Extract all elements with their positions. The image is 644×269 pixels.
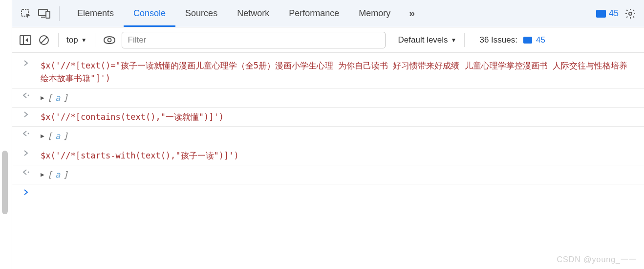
input-marker-icon xyxy=(20,149,33,156)
output-value[interactable]: ▶ [a] xyxy=(38,168,632,181)
issues-label: 36 Issues: xyxy=(479,35,517,45)
output-marker-icon xyxy=(20,168,33,175)
bracket-open: [ xyxy=(47,91,52,104)
svg-line-8 xyxy=(41,37,47,43)
array-item[interactable]: a xyxy=(55,168,60,181)
chevron-down-icon: ▼ xyxy=(451,37,457,44)
bracket-close: ] xyxy=(63,168,68,181)
console-input-row: $x('//*[starts-with(text(),"孩子一读")]') xyxy=(12,146,644,165)
tab-elements[interactable]: Elements xyxy=(67,0,124,27)
divider xyxy=(58,33,59,47)
divider xyxy=(95,33,95,47)
live-expression-icon[interactable] xyxy=(103,34,116,46)
output-value[interactable]: ▶ [a] xyxy=(38,130,632,142)
output-marker-icon xyxy=(20,91,33,98)
console-log-area: $x('//*[text()="孩子一读就懂的漫画儿童心理学（全5册）漫画小学生… xyxy=(12,53,644,199)
issues-count: 45 xyxy=(536,35,545,45)
input-code[interactable]: $x('//*[starts-with(text(),"孩子一读")]') xyxy=(38,149,632,162)
console-input-row: $x('//*[contains(text(),"一读就懂")]') xyxy=(12,108,644,127)
clear-console-icon[interactable] xyxy=(38,34,50,46)
filter-input[interactable] xyxy=(122,32,386,48)
svg-point-4 xyxy=(629,12,632,15)
message-icon xyxy=(523,37,532,44)
settings-icon[interactable] xyxy=(623,7,637,21)
input-marker-icon xyxy=(20,111,33,117)
messages-count: 45 xyxy=(609,8,619,19)
console-output-row: ▶ [a] xyxy=(12,89,644,108)
input-marker-icon xyxy=(20,59,33,66)
messages-badge[interactable]: 45 xyxy=(596,8,619,19)
chevron-down-icon: ▼ xyxy=(81,37,87,44)
tab-network[interactable]: Network xyxy=(227,0,279,27)
tab-sources[interactable]: Sources xyxy=(175,0,227,27)
console-input-row: $x('//*[text()="孩子一读就懂的漫画儿童心理学（全5册）漫画小学生… xyxy=(12,56,644,89)
page-scrollbar[interactable] xyxy=(2,151,8,214)
expand-triangle-icon[interactable]: ▶ xyxy=(41,131,44,141)
toggle-sidebar-icon[interactable] xyxy=(19,34,32,46)
context-label: top xyxy=(66,35,78,45)
watermark: CSDN @young_一一 xyxy=(557,255,637,265)
svg-point-9 xyxy=(107,38,111,42)
log-levels-selector[interactable]: Default levels ▼ xyxy=(398,35,457,45)
devtools-panel: Elements Console Sources Network Perform… xyxy=(12,0,644,269)
svg-point-12 xyxy=(28,172,29,173)
svg-point-11 xyxy=(28,133,29,134)
bracket-open: [ xyxy=(47,168,52,181)
svg-point-10 xyxy=(28,94,29,96)
message-icon xyxy=(596,10,606,18)
expand-triangle-icon[interactable]: ▶ xyxy=(41,93,44,103)
svg-rect-3 xyxy=(46,11,50,18)
tab-memory[interactable]: Memory xyxy=(349,0,400,27)
tab-list: Elements Console Sources Network Perform… xyxy=(67,0,400,27)
input-code[interactable]: $x('//*[text()="孩子一读就懂的漫画儿童心理学（全5册）漫画小学生… xyxy=(38,59,632,85)
device-toggle-icon[interactable] xyxy=(38,7,51,21)
devtools-tabbar: Elements Console Sources Network Perform… xyxy=(12,0,644,27)
input-code[interactable]: $x('//*[contains(text(),"一读就懂")]') xyxy=(38,111,632,123)
expand-triangle-icon[interactable]: ▶ xyxy=(41,170,44,179)
more-tabs-icon[interactable]: » xyxy=(405,7,419,21)
context-selector[interactable]: top ▼ xyxy=(66,35,87,45)
array-item[interactable]: a xyxy=(55,91,60,104)
tab-performance[interactable]: Performance xyxy=(279,0,349,27)
console-output-row: ▶ [a] xyxy=(12,127,644,146)
bracket-open: [ xyxy=(47,130,52,142)
inspect-icon[interactable] xyxy=(19,7,33,21)
divider xyxy=(464,33,465,47)
issues-link[interactable]: 36 Issues: 45 xyxy=(479,35,545,45)
tab-console[interactable]: Console xyxy=(124,0,175,27)
output-value[interactable]: ▶ [a] xyxy=(38,91,632,104)
bracket-close: ] xyxy=(63,91,68,104)
levels-label: Default levels xyxy=(398,35,448,45)
array-item[interactable]: a xyxy=(55,130,60,142)
prompt-marker-icon xyxy=(20,188,33,195)
bracket-close: ] xyxy=(63,130,68,142)
console-output-row: ▶ [a] xyxy=(12,165,644,184)
console-prompt-row[interactable] xyxy=(12,184,644,199)
divider xyxy=(59,6,60,21)
console-toolbar: top ▼ Default levels ▼ 36 Issues: 45 xyxy=(12,27,644,53)
output-marker-icon xyxy=(20,130,33,136)
